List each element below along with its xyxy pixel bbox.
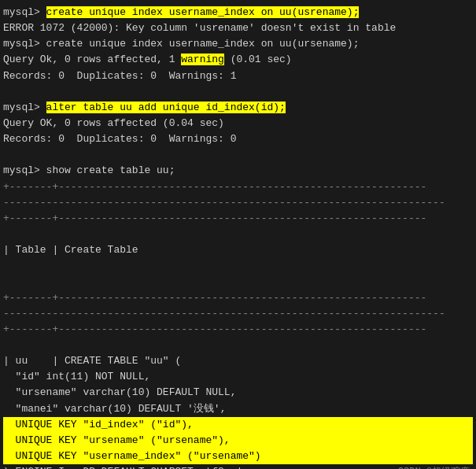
terminal-window: mysql> create unique index username_inde… [0, 0, 476, 469]
query-ok-time: (0.01 sec) [224, 54, 292, 65]
warning-highlight: warning [181, 54, 224, 65]
line-unique-1: UNIQUE KEY "id_index" ("id"), [3, 417, 473, 433]
watermark: CSDN @超级驼鹿 [398, 465, 470, 469]
separator-4: +-------+-------------------------------… [3, 290, 473, 306]
empty-2 [3, 147, 473, 163]
line-7: Query OK, 0 rows affected (0.04 sec) [3, 116, 473, 131]
separator-3: +-------+-------------------------------… [3, 211, 473, 227]
line-5: Records: 0 Duplicates: 0 Warnings: 1 [3, 68, 473, 84]
command-2: alter table uu add unique id_index(id); [46, 102, 286, 113]
line-create-1: | uu | CREATE TABLE "uu" ( [3, 353, 473, 369]
separator-2: ----------------------------------------… [3, 195, 473, 211]
line-6: mysql> alter table uu add unique id_inde… [3, 100, 473, 116]
line-1: mysql> create unique index username_inde… [3, 5, 473, 20]
line-create-4: "manei" varchar(10) DEFAULT '没钱', [3, 401, 473, 417]
separator-5: ----------------------------------------… [3, 306, 473, 322]
line-unique-2: UNIQUE KEY "ursename" ("ursename"), [3, 433, 473, 449]
empty-5 [3, 274, 473, 290]
line-3: mysql> create unique index username_inde… [3, 36, 473, 52]
line-9: mysql> show create table uu; [3, 163, 473, 179]
separator-6: +-------+-------------------------------… [3, 322, 473, 338]
separator-1: +-------+-------------------------------… [3, 179, 473, 195]
prompt-1: mysql> [3, 6, 46, 18]
line-table-header: | Table | Create Table [3, 242, 473, 258]
query-ok-text: Query Ok, 0 rows affected, 1 [3, 54, 181, 65]
line-2: ERROR 1072 (42000): Key column 'usrename… [3, 20, 473, 36]
line-4: Query Ok, 0 rows affected, 1 warning (0.… [3, 52, 473, 68]
line-unique-3: UNIQUE KEY "username_index" ("ursename") [3, 449, 473, 464]
empty-4 [3, 258, 473, 274]
empty-1 [3, 84, 473, 100]
line-8: Records: 0 Duplicates: 0 Warnings: 0 [3, 131, 473, 147]
prompt-2: mysql> [3, 102, 46, 113]
empty-3 [3, 227, 473, 242]
empty-6 [3, 338, 473, 353]
line-create-3: "ursename" varchar(10) DEFAULT NULL, [3, 385, 473, 401]
command-1: create unique index username_index on uu… [46, 6, 360, 18]
line-create-2: "id" int(11) NOT NULL, [3, 369, 473, 385]
